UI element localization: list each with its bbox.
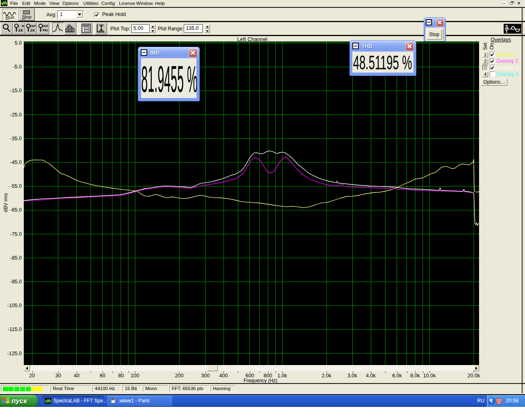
- svg-text:2X: 2X: [18, 28, 23, 32]
- svg-text:FULL: FULL: [42, 28, 48, 32]
- svg-text:81.9455 %: 81.9455 %: [141, 58, 197, 98]
- svg-text:48.51195 %: 48.51195 %: [353, 52, 412, 73]
- svg-text:T: T: [505, 29, 508, 34]
- svg-text:2X: 2X: [30, 28, 35, 32]
- svg-text:OUT: OUT: [42, 24, 48, 28]
- svg-text:S: S: [505, 24, 508, 29]
